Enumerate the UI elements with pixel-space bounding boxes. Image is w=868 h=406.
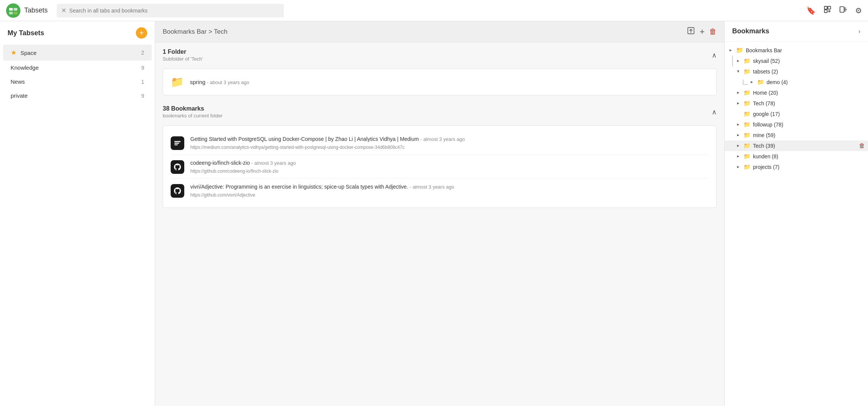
bookmark-section-subtitle: bookmarks of current folder [163,113,222,119]
tree-toggle-home[interactable] [735,91,741,95]
bookmark-time-3: - almost 3 years ago [410,184,454,190]
tag-icon[interactable] [839,5,848,16]
sidebar-count-knowledge: 9 [141,65,144,71]
folder-info: spring - about 3 years ago [190,79,249,85]
favicon-github-2 [171,184,184,198]
tree-item-skysail[interactable]: 📁 skysail (52) [725,56,868,66]
tree-folder-icon-kunden: 📁 [744,153,751,160]
tree-folder-icon-home: 📁 [744,89,751,96]
tree-toggle-projects[interactable] [735,165,741,169]
topbar: Tabsets ✕ 🔖 ⚙ [0,0,868,21]
sidebar-label-private: private [11,92,141,99]
svg-marker-23 [737,92,739,94]
tree-toggle-tech-78[interactable] [735,102,741,105]
tree-item-projects[interactable]: 📁 projects (7) [725,162,868,172]
add-tabset-button[interactable]: + [136,27,147,39]
svg-rect-2 [14,8,17,11]
tree-toggle-bookmarks-bar[interactable] [728,47,734,53]
sidebar-count-news: 1 [141,79,144,85]
bookmark-section-title: 38 Bookmarks [163,105,222,112]
bookmark-time-1: - almost 3 years ago [420,136,465,142]
sidebar-label-knowledge: Knowledge [11,64,141,71]
folder-card-spring[interactable]: 📁 spring - about 3 years ago [163,69,717,95]
bookmark-section-header: 38 Bookmarks bookmarks of current folder… [155,99,724,122]
sidebar-item-news[interactable]: News 1 [3,75,152,89]
tree-toggle-demo[interactable] [749,80,755,84]
right-sidebar: Bookmarks › 📁 Bookmarks Bar 📁 skysail (5… [724,21,868,406]
tree-item-google[interactable]: 📁 google (17) [725,109,868,119]
svg-marker-19 [730,49,732,52]
tree-toggle-kunden[interactable] [735,155,741,158]
bookmarks-panel-header: Bookmarks › [725,21,868,42]
tree-item-followup[interactable]: 📁 followup (78) [725,119,868,130]
settings-icon[interactable]: ⚙ [855,6,862,15]
tree-item-tech-78[interactable]: 📁 Tech (78) [725,98,868,109]
sidebar-item-space[interactable]: ★ Space 2 [3,45,152,61]
main-layout: My Tabsets + ★ Space 2 Knowledge 9 News … [0,21,868,406]
tree-item-mine[interactable]: 📁 mine (59) [725,130,868,141]
upload-icon[interactable] [687,27,695,37]
tree-item-tech-39[interactable]: 📁 Tech (39) 🗑 [725,141,868,151]
tree-label-tabsets: tabsets (2) [753,69,778,75]
tree-toggle-tech-39[interactable] [735,144,741,148]
tree-item-demo[interactable]: 📁 demo (4) [725,77,868,87]
svg-marker-27 [737,145,739,147]
svg-marker-20 [737,60,739,62]
bookmarks-tree: 📁 Bookmarks Bar 📁 skysail (52) 📁 tabsets… [725,42,868,175]
tree-label-google: google (17) [753,111,780,117]
tree-toggle-skysail[interactable] [735,59,741,63]
sidebar-label-news: News [11,78,141,85]
logo-icon [6,3,20,18]
tree-label-bookmarks-bar: Bookmarks Bar [746,47,782,53]
favicon-medium [171,136,184,150]
delete-tree-item-icon[interactable]: 🗑 [859,142,865,149]
bookmark-url-3: https://github.com/vivri/Adjective [190,192,709,198]
svg-rect-5 [824,6,827,9]
app-logo: Tabsets [6,3,48,18]
sidebar-label-space: Space [20,50,141,56]
tree-toggle-followup[interactable] [735,123,741,126]
list-item[interactable]: vivri/Adjective: Programming is an exerc… [171,179,709,202]
tree-item-bookmarks-bar[interactable]: 📁 Bookmarks Bar [725,45,868,56]
tree-label-demo: demo (4) [767,79,788,85]
tree-label-kunden: kunden (8) [753,153,778,159]
bookmark-section-toggle[interactable]: ∧ [712,108,717,116]
bookmark-info-2: codeeng-io/finch-slick-zio - almost 3 ye… [190,159,709,174]
tree-item-home[interactable]: 📁 Home (20) [725,87,868,98]
folder-section-subtitle: Subfolder of 'Tech' [163,56,203,62]
search-close-icon[interactable]: ✕ [61,7,66,14]
tree-label-followup: followup (78) [753,122,783,128]
search-input[interactable] [69,8,279,14]
search-bar[interactable]: ✕ [57,4,284,17]
add-bookmark-icon[interactable]: + [700,27,705,37]
left-sidebar: My Tabsets + ★ Space 2 Knowledge 9 News … [0,21,155,406]
tree-folder-icon-google: 📁 [744,111,751,117]
sidebar-item-knowledge[interactable]: Knowledge 9 [3,61,152,75]
list-item[interactable]: codeeng-io/finch-slick-zio - almost 3 ye… [171,155,709,179]
bookmarks-panel-title: Bookmarks [732,27,769,35]
tree-toggle-mine[interactable] [735,133,741,137]
tree-label-skysail: skysail (52) [753,58,780,64]
folder-time: - about 3 years ago [207,80,249,85]
sidebar-collapse-icon[interactable]: › [859,28,860,35]
add-tab-icon[interactable] [823,5,832,16]
tree-folder-icon-demo: 📁 [757,79,764,86]
tree-folder-icon-mine: 📁 [744,132,751,139]
bookmark-info-1: Getting Started with PostgreSQL using Do… [190,136,709,150]
svg-rect-1 [9,8,13,11]
svg-rect-16 [174,141,181,142]
folder-section-toggle[interactable]: ∧ [712,51,717,59]
tree-item-kunden[interactable]: 📁 kunden (8) [725,151,868,162]
sidebar-item-private[interactable]: private 9 [3,89,152,103]
breadcrumb: Bookmarks Bar > Tech [163,28,682,36]
tree-toggle-tabsets[interactable] [735,70,741,73]
delete-folder-icon[interactable]: 🗑 [709,27,717,36]
sidebar-count-space: 2 [141,50,144,56]
bookmark-icon[interactable]: 🔖 [806,6,816,15]
tree-connector-skysail [732,56,733,66]
bookmark-title-1: Getting Started with PostgreSQL using Do… [190,136,709,143]
tree-item-tabsets[interactable]: 📁 tabsets (2) [725,66,868,77]
list-item[interactable]: Getting Started with PostgreSQL using Do… [171,131,709,155]
folder-icon: 📁 [171,76,184,88]
svg-marker-21 [737,70,739,73]
